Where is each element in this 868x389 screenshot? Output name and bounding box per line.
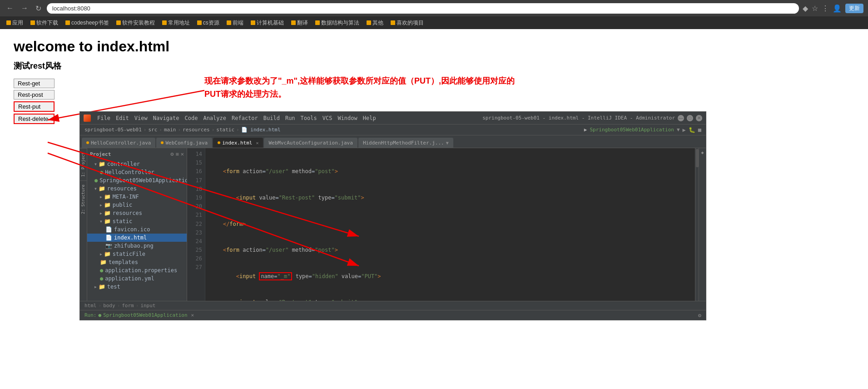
bookmark-software[interactable]: 软件下载 xyxy=(28,18,61,28)
menu-vcs[interactable]: VCS xyxy=(321,115,334,121)
collapse-icon-2: ▶ xyxy=(100,203,102,207)
back-button[interactable]: ← xyxy=(5,4,15,12)
tree-item-app-properties[interactable]: ● application.properties xyxy=(87,266,187,274)
tree-settings-icon[interactable]: ⚙ xyxy=(170,151,174,157)
ide-panel: File Edit View Navigate Code Analyze Ref… xyxy=(79,111,706,320)
menu-code[interactable]: Code xyxy=(183,115,200,121)
right-panel-icon[interactable]: ◆ xyxy=(701,150,704,155)
bookmark-other[interactable]: 其他 xyxy=(364,18,386,28)
ide-minimize-button[interactable]: — xyxy=(678,115,684,121)
ide-window-title: springboot-05-web01 - index.html - Intel… xyxy=(482,115,675,121)
bookmark-codesheep[interactable]: codesheep书签 xyxy=(63,18,112,28)
run-label: Run: xyxy=(84,312,97,318)
bookmark-apps[interactable]: 应用 xyxy=(4,18,26,28)
stop-button[interactable]: ■ xyxy=(698,127,701,133)
menu-run[interactable]: Run xyxy=(283,115,297,121)
bookmark-install[interactable]: 软件安装教程 xyxy=(114,18,158,28)
status-close-icon[interactable]: ✕ xyxy=(191,312,194,318)
run-config-label[interactable]: Springboot05Web01Application xyxy=(590,127,674,133)
ide-logo-icon xyxy=(84,115,91,122)
java-file-icon: ● xyxy=(100,169,103,175)
menu-analyze[interactable]: Analyze xyxy=(201,115,228,121)
update-button[interactable]: 更新 xyxy=(845,4,863,13)
rest-delete-button[interactable]: Rest-delete xyxy=(14,114,55,124)
tree-item-app-yml[interactable]: ● application.yml xyxy=(87,274,187,283)
tab-webconfig[interactable]: WebConfig.java xyxy=(156,138,212,148)
tree-item-public[interactable]: ▶ 📁 public xyxy=(87,201,187,209)
menu-refactor[interactable]: Refactor xyxy=(230,115,260,121)
breadcrumb-project[interactable]: springboot-05-web01 xyxy=(84,127,142,133)
project-tab[interactable]: 1: Project xyxy=(80,148,87,180)
tree-item-static-folder[interactable]: ▼ 📁 static xyxy=(87,217,187,225)
extensions-icon[interactable]: ◆ xyxy=(803,4,808,13)
breadcrumb-body[interactable]: body xyxy=(103,303,115,309)
tab-hellocontroller[interactable]: HelloController.java xyxy=(82,138,155,148)
breadcrumb-resources[interactable]: resources xyxy=(183,127,210,133)
tab-webmvc[interactable]: WebMvcAutoConfiguration.java xyxy=(264,138,357,148)
tab-hiddenhttpfilter[interactable]: HiddenHttpMethodFilter.j... ▼ xyxy=(358,138,453,148)
ide-vertical-tabs: 1: Project 2: Structure xyxy=(80,148,87,301)
bookmark-fav-icon xyxy=(391,20,395,25)
breadcrumb-static[interactable]: static xyxy=(216,127,234,133)
tree-item-zhifubao[interactable]: 📷 zhifubao.png xyxy=(87,242,187,250)
bookmark-cs[interactable]: cs资源 xyxy=(194,18,222,28)
breadcrumb-form[interactable]: form xyxy=(122,303,134,309)
collapse-icon: ▶ xyxy=(100,195,102,199)
url-bar[interactable]: localhost:8080 xyxy=(47,3,799,14)
status-gear-icon[interactable]: ⚙ xyxy=(698,312,701,319)
breadcrumb-input[interactable]: input xyxy=(140,303,155,309)
tree-item-favicon[interactable]: 📄 favicon.ico xyxy=(87,225,187,234)
menu-help[interactable]: Help xyxy=(361,115,378,121)
bookmark-cs-basics[interactable]: 计算机基础 xyxy=(248,18,287,28)
tree-item-index-html[interactable]: 📄 index.html xyxy=(87,234,187,242)
structure-tab[interactable]: 2: Structure xyxy=(80,180,87,218)
tab-index-html[interactable]: index.html ✕ xyxy=(213,138,263,148)
tree-item-hellocontroller[interactable]: ● HelloController xyxy=(87,168,187,176)
editor-scrollbar[interactable] xyxy=(695,148,699,301)
run-config-dropdown[interactable]: ▼ xyxy=(677,127,680,133)
bookmark-address-icon xyxy=(162,20,167,25)
tab-overflow-icon[interactable]: ▼ xyxy=(446,140,449,145)
code-content: <form action="/user" method="post"> <inp… xyxy=(205,148,695,301)
page-title: welcome to index.html xyxy=(14,38,854,55)
forward-button[interactable]: → xyxy=(19,4,30,12)
rest-post-button[interactable]: Rest-post xyxy=(14,90,55,100)
menu-icon[interactable]: ⋮ xyxy=(822,4,829,13)
menu-window[interactable]: Window xyxy=(336,115,359,121)
bookmark-icon[interactable]: ☆ xyxy=(812,4,818,13)
menu-view[interactable]: View xyxy=(133,115,149,121)
debug-button[interactable]: 🐛 xyxy=(689,127,695,133)
breadcrumb-src[interactable]: src xyxy=(148,127,157,133)
run-button[interactable]: ▶ xyxy=(683,127,686,133)
ide-maximize-button[interactable]: □ xyxy=(687,115,693,121)
tree-close-icon[interactable]: ✕ xyxy=(181,151,184,157)
tree-item-resources-sub[interactable]: ▶ 📁 resources xyxy=(87,209,187,217)
html-file-icon: 📄 xyxy=(105,234,112,241)
rest-put-button[interactable]: Rest-put xyxy=(14,101,55,112)
tab-close-icon[interactable]: ✕ xyxy=(256,140,258,145)
profile-icon[interactable]: 👤 xyxy=(833,4,842,13)
tree-item-app[interactable]: ● Springboot05Web01Application xyxy=(87,176,187,185)
breadcrumb-main[interactable]: main xyxy=(164,127,176,133)
tree-item-test[interactable]: ▶ 📁 test xyxy=(87,283,187,291)
bookmark-dsa[interactable]: 数据结构与算法 xyxy=(312,18,362,28)
tree-item-staticfile[interactable]: ▶ 📁 staticFile xyxy=(87,250,187,258)
rest-get-button[interactable]: Rest-get xyxy=(14,79,55,88)
bookmark-frontend[interactable]: 前端 xyxy=(224,18,246,28)
menu-file[interactable]: File xyxy=(95,115,112,121)
tree-item-templates[interactable]: 📁 templates xyxy=(87,258,187,266)
menu-tools[interactable]: Tools xyxy=(299,115,319,121)
menu-edit[interactable]: Edit xyxy=(114,115,131,121)
tree-item-resources-folder[interactable]: ▼ 📁 resources xyxy=(87,185,187,193)
tree-item-meta-inf[interactable]: ▶ 📁 META-INF xyxy=(87,193,187,201)
tree-collapse-icon[interactable]: ≡ xyxy=(176,151,179,157)
menu-navigate[interactable]: Navigate xyxy=(151,115,181,121)
reload-button[interactable]: ↻ xyxy=(34,4,43,13)
menu-build[interactable]: Build xyxy=(262,115,282,121)
tree-item-controller-folder[interactable]: ▼ 📁 controller xyxy=(87,160,187,168)
bookmark-fav[interactable]: 喜欢的项目 xyxy=(388,18,427,28)
breadcrumb-html[interactable]: html xyxy=(84,303,97,309)
bookmark-address[interactable]: 常用地址 xyxy=(159,18,193,28)
bookmark-translate[interactable]: 翻译 xyxy=(288,18,311,28)
ide-close-button[interactable]: ✕ xyxy=(696,115,702,121)
